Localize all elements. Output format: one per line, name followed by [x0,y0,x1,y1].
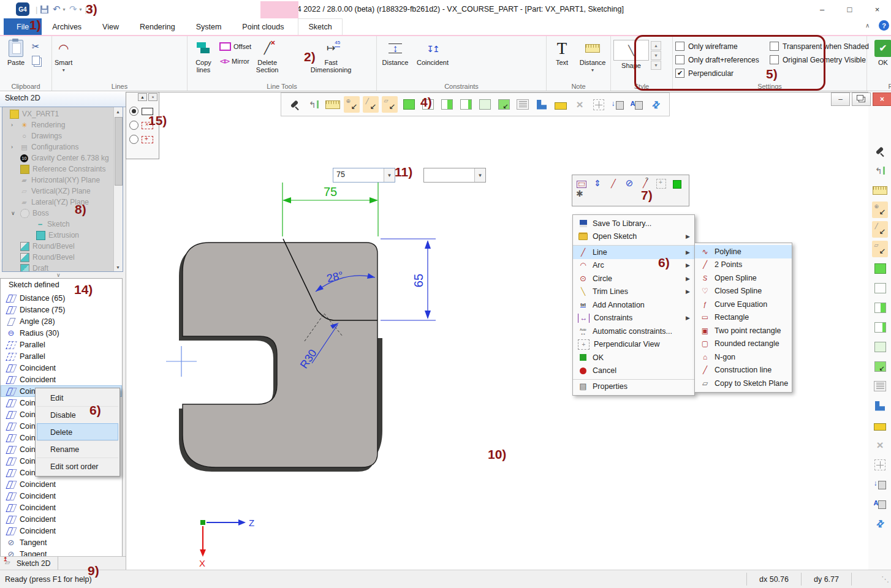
panel-close-icon[interactable]: × [148,93,157,101]
line-tool-icon[interactable] [91,37,105,53]
distance-constraint-button[interactable]: Distance [379,37,411,66]
scroll-up-icon[interactable]: ▲ [114,107,122,116]
submenu-item[interactable]: Curve Equation [695,298,792,311]
view-tool-icon[interactable] [872,398,888,414]
constraint-item[interactable]: Angle (28) [1,315,122,327]
tree-item[interactable]: Sketch [2,219,113,230]
gear-icon[interactable] [576,189,583,198]
redo-icon[interactable] [68,4,78,14]
view-tool-icon[interactable] [872,515,888,532]
dimension-value-combo[interactable]: 75 ▼ [333,168,395,183]
context-menu-item[interactable]: Rename [37,440,118,458]
submenu-item[interactable]: Rounded rectangle [695,337,792,351]
view-tool-icon[interactable] [872,260,888,277]
view-tool-icon[interactable] [287,96,303,113]
constraint-tool-icon[interactable] [506,58,518,73]
tree-item[interactable]: Reference Constraints [2,164,113,175]
tree-item[interactable]: Drawings [2,130,113,141]
view-tool-icon[interactable] [872,280,888,296]
view-tool-icon[interactable] [591,96,607,113]
submenu-item[interactable]: Closed Spline [695,285,792,298]
submenu-item[interactable]: Rectangle [695,311,792,325]
submenu-item[interactable]: N-gon [695,350,792,364]
view-tool-icon[interactable] [872,221,888,238]
view-tool-icon[interactable] [553,96,569,113]
line-tool-icon[interactable] [107,37,121,53]
help-icon[interactable]: ? [879,20,889,31]
context-menu-item[interactable]: Delete [37,423,118,440]
quick-tool-icon[interactable] [656,178,667,189]
constraint-item[interactable]: Parallel [1,339,122,350]
panel-collapse-icon[interactable]: ▲ [138,93,147,101]
note-distance-button[interactable]: Distance▾ [577,37,608,74]
line-tool-icon[interactable] [138,53,153,68]
constraint-tool-icon[interactable] [493,42,506,58]
undo-dropdown-icon[interactable]: ▾ [63,7,65,12]
constraint-tool-icon[interactable] [454,58,467,73]
quick-tool-icon[interactable] [608,178,619,189]
chevron-down-icon[interactable]: ▼ [474,168,485,182]
resize-grip-icon[interactable] [881,575,891,584]
line-tool-icon[interactable] [123,53,137,68]
view-tool-icon[interactable] [872,202,888,218]
tree-scrollbar[interactable]: ▲ ▼ [113,107,123,271]
view-tool-icon[interactable] [534,96,550,113]
context-menu-item[interactable]: Save To Library... [573,217,694,230]
view-tool-icon[interactable] [572,96,588,113]
view-tool-icon[interactable] [306,96,322,113]
chevron-down-icon[interactable]: ▼ [384,168,395,182]
constraint-item[interactable]: Coincident [1,374,122,385]
ok-button[interactable]: OK [870,37,891,66]
view-tool-icon[interactable] [872,339,888,355]
context-menu-item[interactable]: Add Annotation [573,298,694,312]
text-button[interactable]: Text [549,37,575,66]
context-menu-item[interactable]: Constraints ▶ [573,312,694,325]
part-face[interactable] [183,243,377,467]
view-tool-icon[interactable] [872,300,888,316]
menu-item[interactable]: Point clouds [232,18,294,35]
view-tool-icon[interactable] [515,96,531,113]
app-logo[interactable]: G4 [16,2,29,16]
context-menu-item[interactable]: Circle ▶ [573,272,694,285]
constraint-tool-icon[interactable] [467,42,480,58]
view-tool-icon[interactable] [872,162,888,179]
constraint-item[interactable]: Tangent [1,537,122,548]
constraint-tool-icon[interactable] [480,42,493,58]
constraint-item[interactable]: Coincident [1,502,122,513]
ribbon-collapse-icon[interactable]: ∧ [865,22,870,29]
smart-line-button[interactable]: Smart▾ [55,37,72,74]
constraint-item[interactable]: Radius (30) [1,327,122,339]
fast-dimensioning-button[interactable]: Fast Dimensioning [315,37,347,74]
dimension-tolerance-combo[interactable]: ▼ [423,168,486,183]
view-tool-icon[interactable] [872,476,888,492]
tree-item[interactable]: Draft [2,263,113,272]
redo-dropdown-icon[interactable]: ▾ [79,7,82,12]
copy-icon[interactable] [32,56,42,67]
constraint-item[interactable]: Distance (75) [1,304,122,315]
mirror-button[interactable]: Mirror [219,56,251,67]
view-tool-icon[interactable] [458,96,474,113]
context-menu-item[interactable]: Open Sketch ▶ [573,230,694,244]
context-menu-item[interactable]: Arc ▶ [573,259,694,273]
context-menu-item[interactable]: Disable [37,406,118,423]
tab-sketch-2d[interactable]: Sketch 2D [0,557,58,570]
constraint-tool-icon[interactable] [454,42,467,58]
line-tool-icon[interactable] [170,37,185,53]
tree-expand-icon[interactable]: › [11,122,20,128]
view-tool-icon[interactable] [629,96,645,113]
view-tool-icon[interactable] [872,143,888,159]
tree-item[interactable]: ∨ Boss [2,208,113,219]
tree-expand-icon[interactable]: ∨ [11,210,20,216]
menu-item[interactable]: Archives [42,18,92,35]
view-tool-icon[interactable] [648,96,664,113]
line-tool-icon[interactable] [138,37,153,53]
tree-item[interactable]: › Rendering [2,119,113,130]
view-tool-icon[interactable] [610,96,626,113]
submenu-item[interactable]: Construction line [695,364,792,377]
quick-tool-icon[interactable] [592,178,603,189]
constraint-item[interactable]: Parallel [1,350,122,362]
menu-item[interactable]: View [92,18,129,35]
tree-item[interactable]: Vertical(XZ) Plane [2,186,113,197]
splitter-chevron-icon[interactable]: ∨ [56,272,61,278]
constraint-item[interactable]: Distance (65) [1,292,122,304]
